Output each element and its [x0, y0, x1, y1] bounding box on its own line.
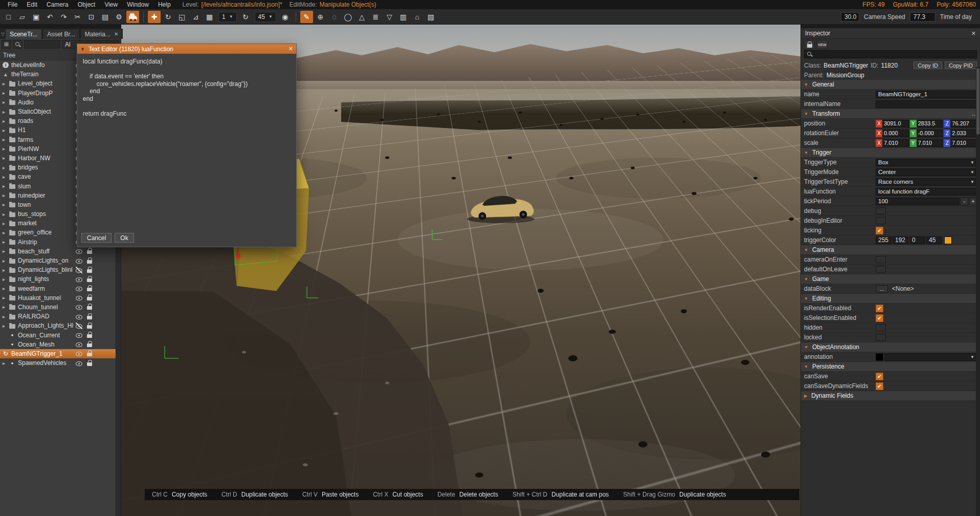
annotation-dropdown[interactable]: ▼: [884, 353, 977, 361]
lock-icon[interactable]: [87, 248, 92, 254]
tab-assetbr[interactable]: Asset Br...: [42, 29, 80, 39]
terrain-icon[interactable]: △: [355, 11, 368, 23]
tree-item-choum_tunnel[interactable]: ▸Choum_tunnel: [0, 303, 116, 312]
dropdown-triggertesttype[interactable]: Race corners▼: [876, 178, 977, 186]
tree-item-ocean_mesh[interactable]: ●Ocean_Mesh: [0, 340, 116, 349]
chevron-right-icon[interactable]: ▸: [3, 183, 9, 189]
chevron-right-icon[interactable]: ▸: [3, 304, 9, 310]
lua-code-editor[interactable]: local function dragFunc(data) if data.ev…: [77, 54, 296, 229]
lock-icon[interactable]: [87, 294, 92, 301]
new-inspector-button[interactable]: NEW: [817, 40, 828, 49]
tree-search-input[interactable]: [24, 40, 60, 49]
camera-speed-input[interactable]: 77.3: [910, 12, 936, 22]
bricks-icon[interactable]: ▥: [397, 11, 410, 23]
color-component-2[interactable]: 0: [909, 236, 925, 244]
tree-item-dynamiclights_on[interactable]: ▸DynamicLights_on: [0, 256, 116, 265]
chevron-right-icon[interactable]: ▸: [3, 137, 9, 142]
lock-icon[interactable]: [87, 332, 92, 338]
visibility-eye-icon[interactable]: [76, 294, 82, 301]
cut-icon[interactable]: ✂: [71, 11, 84, 23]
translate-tool-icon[interactable]: ✚: [148, 11, 161, 23]
water-icon[interactable]: ▽: [383, 11, 396, 23]
tree-item-night_lights[interactable]: ▸night_lights: [0, 274, 116, 284]
visibility-eye-icon[interactable]: [76, 350, 82, 357]
building-icon[interactable]: ⌂: [411, 11, 424, 23]
chevron-right-icon[interactable]: ▸: [3, 360, 9, 366]
checkbox-hidden[interactable]: [876, 324, 886, 331]
axis-x-value[interactable]: 7.010: [882, 139, 909, 147]
cancel-button[interactable]: Cancel: [81, 233, 112, 243]
tree-item-ocean_current[interactable]: ●Ocean_Current: [0, 330, 116, 339]
text-field-internalname[interactable]: [876, 100, 977, 108]
menu-item-window[interactable]: Window: [122, 1, 153, 8]
ruler-icon[interactable]: ⊿: [189, 11, 202, 23]
visibility-eye-icon[interactable]: [76, 285, 82, 292]
lock-icon[interactable]: [87, 267, 92, 273]
lock-icon[interactable]: [87, 360, 92, 367]
visibility-eye-icon[interactable]: [76, 341, 82, 348]
chevron-right-icon[interactable]: ▸: [3, 81, 9, 87]
tree-item-spawnedvehicles[interactable]: ▸●SpawnedVehicles: [0, 358, 116, 368]
visibility-eye-icon[interactable]: [76, 332, 82, 338]
tree-item-beach_stuff[interactable]: ▸beach_stuff: [0, 247, 116, 256]
section-header-trigger[interactable]: ▼Trigger: [801, 148, 980, 158]
magnet-icon[interactable]: ◉: [279, 11, 292, 23]
lock-icon[interactable]: [87, 350, 92, 357]
snap-grid-icon[interactable]: ▦: [203, 11, 216, 23]
axis-y-value[interactable]: 7.010: [917, 139, 943, 147]
visibility-eye-icon[interactable]: [76, 276, 82, 283]
settings-icon[interactable]: ⚙: [113, 11, 125, 23]
visibility-eye-icon[interactable]: [76, 267, 82, 273]
chevron-right-icon[interactable]: ▸: [3, 286, 9, 291]
checkbox-cansavedynamicfields[interactable]: ✔: [876, 382, 883, 390]
menu-item-file[interactable]: File: [3, 1, 22, 8]
menu-item-help[interactable]: Help: [153, 1, 175, 8]
chevron-right-icon[interactable]: ▸: [3, 248, 9, 254]
section-header-game[interactable]: ▼Game: [801, 274, 980, 284]
checkbox-isselectionenabled[interactable]: ✔: [876, 314, 883, 322]
scrollbar-thumb[interactable]: [976, 68, 979, 135]
decal-icon[interactable]: ▧: [425, 11, 437, 23]
lock-icon[interactable]: [87, 257, 92, 264]
add-object-icon[interactable]: ⊕: [314, 11, 327, 23]
vehicle-sedan[interactable]: [467, 196, 534, 223]
chevron-right-icon[interactable]: ▸: [3, 174, 9, 180]
color-swatch[interactable]: [944, 236, 952, 244]
chevron-right-icon[interactable]: ▸: [3, 99, 9, 105]
inspector-search-input[interactable]: [804, 50, 977, 58]
axis-x-value[interactable]: 0.000: [882, 130, 909, 137]
chevron-right-icon[interactable]: ▸: [3, 146, 9, 152]
ok-button[interactable]: Ok: [115, 233, 133, 243]
copy-icon[interactable]: ⊡: [85, 11, 98, 23]
rotate-snap-dropdown[interactable]: 45▼: [255, 12, 276, 22]
checkbox-defaultonleave[interactable]: [876, 266, 886, 273]
close-icon[interactable]: ✕: [288, 46, 293, 52]
rotate-tool-icon[interactable]: ↻: [162, 11, 174, 23]
section-header-objectannotation[interactable]: ▼ObjectAnnotation: [801, 342, 980, 352]
chevron-right-icon[interactable]: ▸: [3, 230, 9, 235]
camera-speed-min-input[interactable]: 30.0: [841, 12, 859, 22]
draw-tool-icon[interactable]: ✎: [300, 11, 313, 23]
chevron-right-icon[interactable]: ▸: [3, 314, 9, 319]
section-header-persistence[interactable]: ▼Persistence: [801, 362, 980, 372]
chevron-right-icon[interactable]: ▸: [3, 267, 9, 273]
dialog-titlebar[interactable]: ▼ Text Editor (11820) luaFunction ✕: [77, 44, 296, 54]
color-component-3[interactable]: 45: [926, 236, 942, 244]
axis-z-value[interactable]: 2.033: [950, 130, 977, 137]
tab-list-icon[interactable]: ▽: [1, 32, 5, 39]
menu-item-view[interactable]: View: [100, 1, 122, 8]
browse-button[interactable]: ...: [876, 285, 888, 293]
scale-tool-icon[interactable]: ◱: [175, 11, 188, 23]
color-component-1[interactable]: 192: [893, 236, 908, 244]
chevron-right-icon[interactable]: ▸: [3, 127, 9, 133]
inspector-scrollbar[interactable]: [976, 67, 980, 516]
section-header-camera[interactable]: ▼Camera: [801, 245, 980, 255]
add-group-button[interactable]: ⊞: [2, 40, 11, 49]
chevron-right-icon[interactable]: ▸: [3, 165, 9, 170]
lock-inspector-button[interactable]: [804, 40, 815, 49]
chevron-right-icon[interactable]: ▸: [3, 118, 9, 124]
checkbox-isrenderenabled[interactable]: ✔: [876, 305, 883, 312]
lock-icon[interactable]: [87, 341, 92, 348]
section-header-dynamic-fields[interactable]: ▶Dynamic Fields: [801, 391, 980, 401]
menu-item-edit[interactable]: Edit: [22, 1, 42, 8]
